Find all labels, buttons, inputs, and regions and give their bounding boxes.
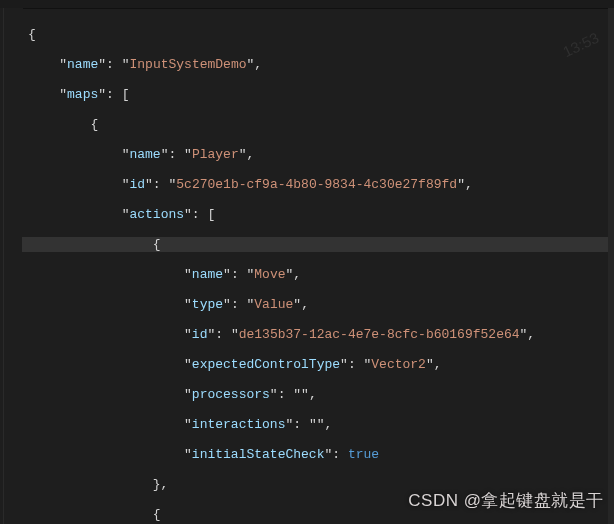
code-line: "initialStateCheck": true: [22, 447, 614, 462]
code-line: "name": "Move",: [22, 267, 614, 282]
code-line-active: {: [22, 237, 614, 252]
code-line: "interactions": "",: [22, 417, 614, 432]
code-line: {: [22, 27, 614, 42]
code-line: "id": "de135b37-12ac-4e7e-8cfc-b60169f52…: [22, 327, 614, 342]
code-line: "expectedControlType": "Vector2",: [22, 357, 614, 372]
code-line: "type": "Value",: [22, 297, 614, 312]
code-editor[interactable]: { "name": "InputSystemDemo", "maps": [ {…: [22, 8, 614, 524]
code-line: "processors": "",: [22, 387, 614, 402]
minimap-scrollbar[interactable]: [608, 8, 614, 524]
line-gutter: [0, 8, 23, 524]
code-line: "name": "Player",: [22, 147, 614, 162]
code-line: "actions": [: [22, 207, 614, 222]
code-line: "name": "InputSystemDemo",: [22, 57, 614, 72]
code-line: "maps": [: [22, 87, 614, 102]
code-line: "id": "5c270e1b-cf9a-4b80-9834-4c30e27f8…: [22, 177, 614, 192]
code-line: {: [22, 117, 614, 132]
attribution-watermark: CSDN @拿起键盘就是干: [408, 489, 604, 512]
